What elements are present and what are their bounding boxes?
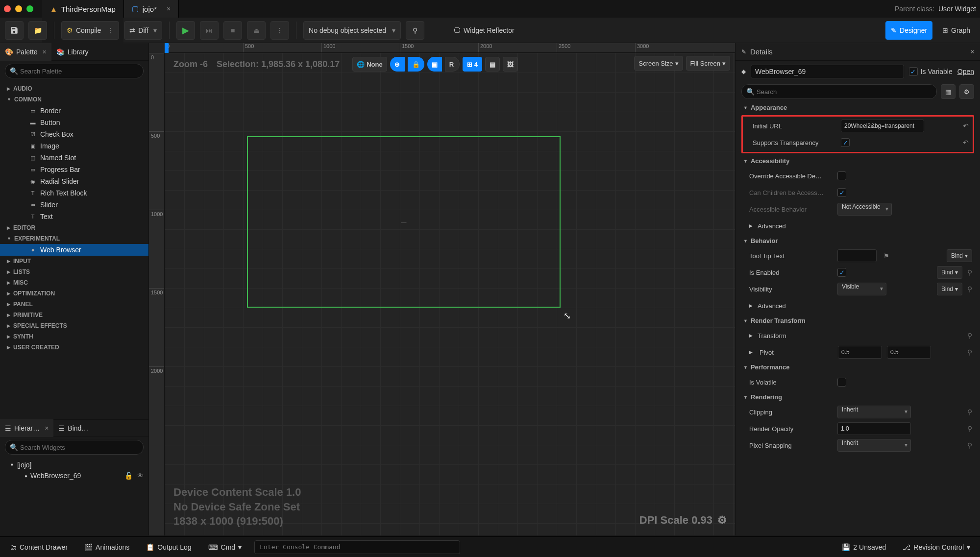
lock-toggle-1[interactable]: ⊕ [390,57,405,72]
section-rendering[interactable]: ▼Rendering [739,390,976,404]
asset-tab[interactable]: ▢ jojo* × [123,0,179,18]
debug-object-dropdown[interactable]: No debug object selected▾ [303,21,401,40]
category-synth[interactable]: ▶SYNTH [0,331,148,342]
category-experimental[interactable]: ▼EXPERIMENTAL [0,233,148,244]
console-input[interactable] [254,540,460,554]
link-icon[interactable]: ⚲ [967,425,972,433]
selected-widget-outline[interactable]: — [247,136,561,308]
hierarchy-root[interactable]: ▼[jojo] [0,460,148,470]
palette-item-richtext[interactable]: TRich Text Block [0,187,148,199]
link-icon[interactable]: ⚲ [967,268,972,276]
section-appearance[interactable]: ▼Appearance [739,101,976,114]
palette-item-radialslider[interactable]: ◉Radial Slider [0,175,148,187]
tooltip-bind-button[interactable]: Bind▾ [947,249,972,262]
category-lists[interactable]: ▶LISTS [0,266,148,277]
browse-button[interactable]: 📁 [28,21,47,40]
eject-button[interactable]: ⏏ [247,21,266,40]
visibility-bind-button[interactable]: Bind▾ [937,283,962,295]
animations-button[interactable]: 🎬Animations [80,543,133,551]
gear-icon[interactable]: ⚙ [717,514,727,527]
close-icon[interactable]: × [45,424,49,432]
diff-button[interactable]: ⇄Diff▾ [124,21,162,40]
step-button[interactable]: ⏭ [200,21,219,40]
category-common[interactable]: ▼COMMON [0,94,148,105]
palette-tab[interactable]: 🎨Palette× [0,43,51,61]
unsaved-button[interactable]: 💾2 Unsaved [838,543,890,551]
category-specialfx[interactable]: ▶SPECIAL EFFECTS [0,320,148,331]
behavior-advanced[interactable]: ▶Advanced [739,297,976,314]
category-panel[interactable]: ▶PANEL [0,299,148,310]
initial-url-input[interactable] [841,120,924,132]
link-icon[interactable]: ⚲ [967,408,972,416]
link-icon[interactable]: ⚲ [967,332,972,339]
section-render-transform[interactable]: ▼Render Transform [739,314,976,327]
enabled-checkbox[interactable]: ✓ [837,268,846,277]
palette-item-webbrowser[interactable]: ●Web Browser [0,244,148,256]
palette-item-text[interactable]: TText [0,211,148,222]
category-misc[interactable]: ▶MISC [0,277,148,288]
snapping-dropdown[interactable]: Inherit [837,439,911,452]
designer-canvas[interactable]: 0 500 1000 1500 2000 2500 3000 0 500 100… [149,43,735,535]
palette-item-checkbox[interactable]: ☑Check Box [0,128,148,140]
category-optimization[interactable]: ▶OPTIMIZATION [0,288,148,299]
fill-screen-dropdown[interactable]: Fill Screen▾ [686,56,730,71]
window-zoom-dot[interactable] [26,5,33,12]
pivot-y-input[interactable] [887,346,931,359]
hierarchy-tab[interactable]: ☰Hierar…× [0,419,53,437]
output-log-button[interactable]: 📋Output Log [142,543,195,551]
widget-reflector-button[interactable]: 🖵Widget Reflector [449,21,519,40]
compile-button[interactable]: ⚙Compile⋮ [61,21,119,40]
palette-item-slider[interactable]: ⇔Slider [0,199,148,211]
close-details-icon[interactable]: × [971,48,974,55]
layout-toggle[interactable]: ▣ [427,57,442,72]
grid-snap-button[interactable]: ⊞4 [463,57,482,72]
accessibility-advanced[interactable]: ▶Advanced [739,218,976,234]
hierarchy-item-webbrowser[interactable]: ●WebBrowser_69🔓👁 [0,470,148,481]
loc-button[interactable]: 🌐None [352,57,387,72]
reset-icon[interactable]: ↶ [963,139,969,146]
play-button[interactable]: ▶ [176,21,195,40]
graph-mode-button[interactable]: ⊞Graph [937,21,975,40]
cmd-dropdown[interactable]: ⌨Cmd▾ [204,543,246,551]
image-button[interactable]: 🖼 [503,57,518,72]
hierarchy-search-input[interactable] [5,440,144,455]
component-name-input[interactable] [751,65,904,78]
window-close-dot[interactable] [4,5,11,12]
link-icon[interactable]: ⚲ [967,348,972,356]
content-drawer-button[interactable]: 🗂Content Drawer [6,543,72,551]
parent-class-link[interactable]: User Widget [938,5,976,13]
open-link[interactable]: Open [957,68,974,75]
palette-search-input[interactable] [5,64,144,78]
bindings-tab[interactable]: ☰Bind… [53,419,93,437]
close-icon[interactable]: × [43,48,47,56]
link-icon[interactable]: ⚲ [967,441,972,449]
pivot-x-input[interactable] [838,346,882,359]
category-editor[interactable]: ▶EDITOR [0,222,148,233]
designer-mode-button[interactable]: ✎Designer [885,21,932,40]
eye-icon[interactable]: 👁 [137,472,144,480]
override-accessible-checkbox[interactable] [837,171,846,180]
lock-icon[interactable]: 🔓 [124,472,133,480]
palette-item-progressbar[interactable]: ▭Progress Bar [0,164,148,175]
section-performance[interactable]: ▼Performance [739,361,976,374]
is-variable-checkbox[interactable]: ✓ [909,67,918,76]
visibility-dropdown[interactable]: Visible [837,283,886,295]
category-audio[interactable]: ▶AUDIO [0,83,148,94]
palette-item-border[interactable]: ▭Border [0,105,148,117]
property-matrix-button[interactable]: ▦ [941,84,956,99]
category-input[interactable]: ▶INPUT [0,256,148,266]
category-usercreated[interactable]: ▶USER CREATED [0,342,148,353]
close-tab-icon[interactable]: × [167,5,171,13]
category-primitive[interactable]: ▶PRIMITIVE [0,310,148,320]
volatile-checkbox[interactable] [837,378,846,387]
section-accessibility[interactable]: ▼Accessibility [739,154,976,168]
compile-options-icon[interactable]: ⋮ [107,26,114,34]
enabled-bind-button[interactable]: Bind▾ [937,266,962,279]
lock-toggle-2[interactable]: 🔒 [408,57,424,72]
section-behavior[interactable]: ▼Behavior [739,234,976,247]
palette-tree[interactable]: ▶AUDIO ▼COMMON ▭Border ▬Button ☑Check Bo… [0,81,148,419]
preview-bg-button[interactable]: ▤ [485,57,500,72]
palette-item-namedslot[interactable]: ◫Named Slot [0,152,148,164]
details-search-input[interactable] [741,84,937,99]
revision-control-button[interactable]: ⎇Revision Control▾ [899,543,974,551]
